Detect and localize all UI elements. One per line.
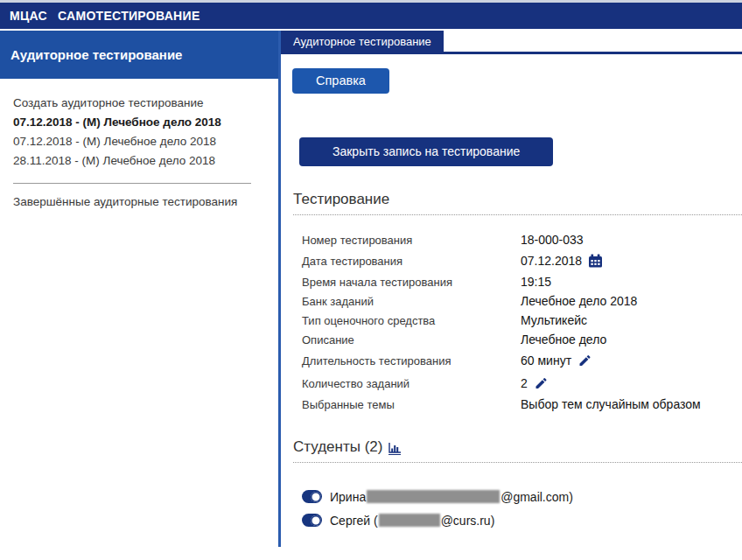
field-value: 07.12.2018: [521, 254, 582, 268]
student-name: Ирина: [330, 490, 366, 504]
tab-auditory-testing[interactable]: Аудиторное тестирование: [281, 31, 444, 52]
field-row-test-date: Дата тестирования 07.12.2018: [302, 249, 742, 272]
sidebar-item-create[interactable]: Создать аудиторное тестирование: [13, 94, 278, 113]
field-row-assessment-type: Тип оценочного средства Мультикейс: [302, 311, 742, 330]
field-row-duration: Длительность тестирования 60 минут: [302, 349, 742, 372]
field-label: Длительность тестирования: [302, 354, 521, 368]
sidebar: Аудиторное тестирование Создать аудиторн…: [0, 31, 278, 560]
students-list: Ирина @gmail.com) Сергей ( @curs.ru): [302, 485, 742, 532]
sidebar-item-test-2[interactable]: 07.12.2018 - (М) Лечебное дело 2018: [13, 132, 278, 151]
field-value: 2: [521, 376, 528, 390]
redacted-email: [367, 490, 500, 503]
pencil-icon[interactable]: [534, 376, 549, 390]
student-email-suffix: @curs.ru): [441, 514, 495, 528]
sidebar-list: Создать аудиторное тестирование 07.12.20…: [0, 79, 278, 208]
sidebar-item-completed-tests[interactable]: Завершённые аудиторные тестирования: [13, 195, 278, 208]
field-label: Количество заданий: [302, 377, 521, 390]
student-toggle[interactable]: [302, 490, 322, 503]
bar-chart-icon[interactable]: [388, 443, 401, 455]
field-label: Выбранные темы: [302, 398, 521, 411]
testing-fields: Номер тестирования 18-000-033 Дата тести…: [302, 230, 742, 414]
testing-section-title: Тестирование: [293, 191, 742, 215]
field-label: Дата тестирования: [302, 255, 521, 268]
field-value: Лечебное дело: [521, 332, 606, 346]
field-value: 19:15: [521, 275, 551, 289]
sidebar-item-test-selected[interactable]: 07.12.2018 - (М) Лечебное дело 2018: [13, 113, 278, 132]
app-title[interactable]: САМОТЕСТИРОВАНИЕ: [58, 9, 200, 23]
field-row-description: Описание Лечебное дело: [302, 330, 742, 349]
field-label: Банк заданий: [302, 295, 521, 308]
field-row-task-bank: Банк заданий Лечебное дело 2018: [302, 291, 742, 311]
field-value: 18-000-033: [521, 233, 584, 247]
student-row: Ирина @gmail.com): [302, 485, 742, 508]
student-row: Сергей ( @curs.ru): [302, 508, 742, 532]
main-content: Аудиторное тестирование Справка Закрыть …: [281, 31, 742, 560]
close-registration-button[interactable]: Закрыть запись на тестирование: [299, 137, 553, 166]
field-row-task-count: Количество заданий 2: [302, 372, 742, 395]
field-value: Мультикейс: [521, 313, 587, 327]
sidebar-item-test-3[interactable]: 28.11.2018 - (М) Лечебное дело 2018: [13, 151, 278, 171]
field-label: Номер тестирования: [302, 234, 521, 247]
field-label: Описание: [302, 333, 521, 346]
app-brand[interactable]: МЦАС: [10, 9, 47, 23]
field-value: Выбор тем случайным образом: [521, 397, 701, 411]
redacted-email: [379, 514, 440, 527]
students-title-text: Студенты (2): [293, 438, 382, 456]
field-row-selected-topics: Выбранные темы Выбор тем случайным образ…: [302, 395, 742, 414]
sidebar-divider: [13, 183, 251, 184]
field-row-test-number: Номер тестирования 18-000-033: [302, 230, 742, 249]
pencil-icon[interactable]: [578, 354, 592, 368]
field-value: Лечебное дело 2018: [521, 294, 637, 308]
field-label: Время начала тестирования: [302, 276, 521, 289]
students-section-title: Студенты (2): [293, 438, 742, 463]
field-row-start-time: Время начала тестирования 19:15: [302, 272, 742, 291]
sidebar-header: Аудиторное тестирование: [0, 31, 278, 79]
tab-bar: Аудиторное тестирование: [281, 31, 742, 54]
calendar-icon[interactable]: [588, 254, 603, 268]
student-toggle[interactable]: [302, 514, 322, 527]
field-label: Тип оценочного средства: [302, 314, 521, 327]
field-value: 60 минут: [521, 354, 571, 368]
app-topbar: МЦАС САМОТЕСТИРОВАНИЕ: [0, 3, 742, 29]
student-email-suffix: @gmail.com): [500, 490, 573, 504]
student-name: Сергей (: [330, 514, 378, 528]
help-button[interactable]: Справка: [292, 68, 389, 94]
